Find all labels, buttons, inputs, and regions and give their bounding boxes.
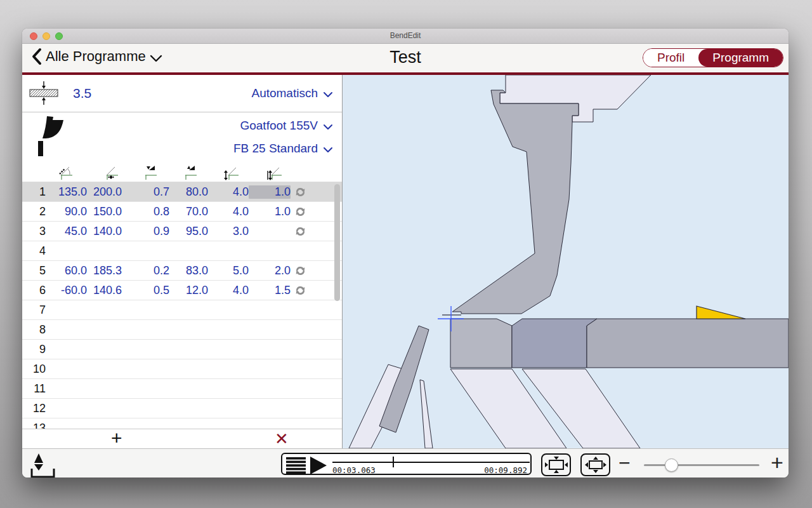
thickness-value[interactable]: 3.5	[73, 86, 91, 101]
tab-programm[interactable]: Programm	[698, 49, 783, 67]
row-number: 4	[22, 244, 46, 258]
close-button[interactable]	[30, 32, 37, 40]
sequence-list-icon[interactable]	[286, 457, 307, 474]
bend-simulation-drawing	[343, 75, 789, 448]
zoom-out-button[interactable]: −	[619, 451, 631, 475]
bend-value-cell[interactable]: 0.5	[122, 284, 169, 297]
zoom-in-button[interactable]: +	[771, 450, 783, 475]
minimize-button[interactable]	[43, 32, 50, 40]
bend-row-7[interactable]: 7	[22, 300, 342, 320]
row-number: 8	[22, 323, 46, 337]
tab-profil[interactable]: Profil	[643, 49, 698, 67]
bend-row-5[interactable]: 560.0185.30.283.05.02.0	[22, 261, 342, 281]
bend-row-8[interactable]: 8	[22, 320, 342, 340]
bend-value-cell[interactable]: 0.8	[122, 205, 169, 218]
bend-table: 1135.0200.00.780.04.01.0290.0150.00.870.…	[22, 182, 342, 429]
die-bracket-icon	[32, 469, 54, 477]
nav-header: Alle Programme Test ProfilProgramm	[22, 44, 789, 72]
bend-value-cell[interactable]: 45.0	[46, 225, 87, 238]
bend-row-12[interactable]: 12	[22, 399, 342, 418]
arrow-up-icon	[34, 453, 43, 463]
bend-value-cell[interactable]: 4.0	[208, 185, 249, 199]
bend-row-3[interactable]: 345.0140.00.995.03.0	[22, 222, 342, 241]
col-open-height-icon	[181, 164, 198, 180]
row-number: 13	[22, 422, 46, 429]
bend-value-cell[interactable]: 3.0	[208, 225, 249, 238]
bend-row-9[interactable]: 9	[22, 340, 342, 359]
bend-value-cell[interactable]: 1.0	[249, 205, 291, 218]
bend-value-cell[interactable]: 200.0	[87, 185, 122, 199]
col-correction-icon	[266, 164, 282, 180]
bend-row-4[interactable]: 4	[22, 241, 342, 261]
fit-view-icon	[544, 456, 568, 474]
col-bend-length-icon	[103, 164, 119, 180]
column-header-row	[22, 161, 342, 182]
bend-value-cell[interactable]: 0.9	[122, 225, 169, 238]
upper-tool-dropdown[interactable]: Goatfoot 155V	[240, 116, 333, 135]
app-window: BendEdit Alle Programme Test ProfilProgr…	[22, 29, 789, 478]
bend-row-1[interactable]: 1135.0200.00.780.04.01.0	[22, 182, 342, 202]
bend-value-cell[interactable]: 83.0	[169, 264, 208, 277]
bend-row-6[interactable]: 6-60.0140.60.512.04.01.5	[22, 281, 342, 300]
refresh-icon[interactable]	[291, 206, 310, 218]
table-footer: + ✕	[22, 429, 342, 448]
bend-value-cell[interactable]: 5.0	[208, 264, 249, 277]
bend-value-cell[interactable]: 90.0	[46, 205, 87, 218]
bend-row-2[interactable]: 290.0150.00.870.04.01.0	[22, 202, 342, 222]
bend-mode-dropdown[interactable]: Automatisch	[251, 86, 333, 100]
bend-value-cell[interactable]: 2.0	[249, 264, 291, 277]
bend-value-cell[interactable]: 4.0	[208, 205, 249, 218]
table-scrollbar[interactable]	[334, 184, 340, 301]
bend-row-10[interactable]: 10	[22, 359, 342, 379]
bend-value-cell[interactable]: 70.0	[169, 205, 208, 218]
bend-value-cell[interactable]: 185.3	[87, 264, 122, 277]
bend-mode-label: Automatisch	[251, 86, 318, 100]
col-bend-angle-icon	[57, 164, 74, 180]
time-current: 00:03.063	[332, 465, 376, 475]
chevron-down-icon	[323, 124, 333, 130]
bend-value-cell[interactable]: 135.0	[46, 185, 87, 199]
playhead-marker[interactable]	[393, 457, 394, 467]
add-row-button[interactable]: +	[111, 427, 122, 449]
bend-value-cell[interactable]: 140.6	[87, 284, 122, 297]
col-speed-icon	[223, 164, 239, 180]
bend-value-cell[interactable]: 80.0	[169, 185, 208, 199]
bend-value-cell[interactable]: 1.5	[249, 284, 291, 297]
refresh-icon[interactable]	[291, 186, 310, 198]
bend-row-11[interactable]: 11	[22, 379, 342, 399]
zoom-slider-knob[interactable]	[665, 458, 678, 472]
refresh-icon[interactable]	[291, 284, 310, 297]
bend-value-cell[interactable]: 1.0	[249, 185, 291, 199]
zoom-button[interactable]	[55, 32, 63, 40]
bend-value-cell[interactable]: 60.0	[46, 264, 87, 277]
row-number: 6	[22, 284, 46, 297]
window-title: BendEdit	[22, 29, 789, 43]
press-stroke-button[interactable]	[30, 451, 56, 478]
delete-row-button[interactable]: ✕	[275, 429, 289, 449]
refresh-icon[interactable]	[291, 265, 310, 277]
punch-tool-icon	[37, 116, 67, 157]
bend-value-cell[interactable]: 140.0	[87, 225, 122, 238]
row-number: 5	[22, 264, 46, 277]
lower-tool-label: FB 25 Standard	[233, 142, 318, 156]
play-icon[interactable]	[309, 456, 328, 475]
bend-value-cell[interactable]: 150.0	[87, 205, 122, 218]
bend-value-cell[interactable]: 0.7	[122, 185, 169, 199]
zoom-slider-track[interactable]	[644, 464, 759, 466]
die-segment-right	[587, 319, 789, 368]
thickness-row: 3.5 Automatisch	[22, 75, 342, 112]
bend-row-13[interactable]: 13	[22, 418, 342, 429]
bend-value-cell[interactable]: 0.2	[122, 264, 169, 277]
fit-to-view-button[interactable]	[541, 453, 571, 476]
refresh-icon[interactable]	[291, 225, 310, 237]
lower-tool-dropdown[interactable]: FB 25 Standard	[233, 139, 333, 157]
expand-view-button[interactable]	[580, 453, 610, 476]
chevron-down-icon	[323, 147, 333, 153]
sheet-thickness-icon	[29, 81, 59, 106]
bend-value-cell[interactable]: 95.0	[169, 225, 208, 238]
bend-value-cell[interactable]: 12.0	[169, 284, 208, 297]
bend-value-cell[interactable]: 4.0	[208, 284, 249, 297]
simulation-view[interactable]	[343, 75, 789, 448]
timeline-track[interactable]	[332, 462, 530, 463]
bend-value-cell[interactable]: -60.0	[46, 284, 87, 297]
